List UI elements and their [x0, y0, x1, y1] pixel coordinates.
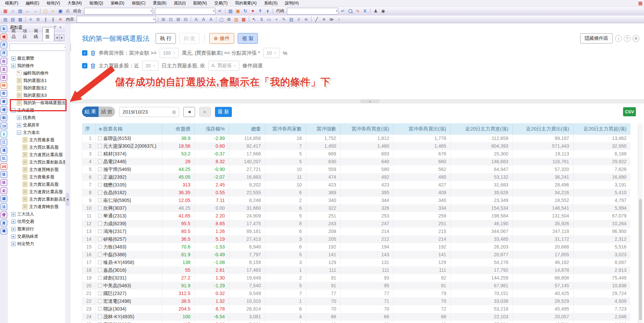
paste-icon[interactable]: ▧: [9, 16, 16, 22]
tree-item[interactable]: 主力連賣轉折股: [8, 203, 65, 210]
grid-icon[interactable]: ⊞: [160, 16, 167, 22]
table-row[interactable]: 22宏達電(2498)38.51.3210,310170717033,03828…: [82, 297, 631, 305]
column-header-3[interactable]: 收盤價: [162, 124, 195, 135]
code-enter-icon[interactable]: ↵: [340, 8, 346, 14]
collapse-results-icon[interactable]: ▲: [360, 99, 379, 103]
font-down-icon[interactable]: A: [200, 16, 207, 22]
quick-launch-icon[interactable]: 江: [1, 139, 7, 145]
table-row[interactable]: 14矽格(6257)36.55.1927,413320521221433,485…: [82, 235, 631, 243]
tree-item[interactable]: 主力買比重高股: [8, 144, 65, 151]
table-row[interactable]: 7穩懋(3105)3132.458,2021042342342731,68328…: [82, 181, 631, 189]
menu-item[interactable]: 檔案(F): [1, 0, 22, 6]
screenshot-camera-icon[interactable]: ◉: [380, 8, 386, 14]
menu-item[interactable]: 說明(H): [281, 0, 302, 6]
wave-tool-icon[interactable]: ≋: [303, 16, 310, 22]
latest-button[interactable]: 最 新: [215, 107, 232, 117]
quick-launch-icon[interactable]: 櫃: [1, 34, 7, 40]
minimize-icon[interactable]: ⊟: [182, 16, 189, 22]
table-row[interactable]: 9南仁湖(5905)12.057.118,248234034434023,349…: [82, 197, 631, 204]
table-row[interactable]: 5瀚宇博(5469)44.25-0.9027,7211055958056264,…: [82, 166, 631, 173]
quick-launch-icon[interactable]: 籌: [1, 228, 7, 234]
quick-launch-icon[interactable]: 24: [1, 163, 7, 170]
row-checkbox[interactable]: [98, 229, 102, 233]
window2-icon[interactable]: ▢: [218, 16, 225, 22]
open-folder-icon[interactable]: ▱: [50, 8, 56, 14]
quick-launch-icon[interactable]: 營: [1, 212, 7, 218]
row-checkbox[interactable]: [98, 175, 102, 179]
restore-button[interactable]: 回 復: [179, 33, 199, 44]
tree-toggle-icon[interactable]: −: [17, 130, 21, 135]
quick-launch-icon[interactable]: 溫: [1, 147, 7, 153]
column-header-10[interactable]: 近20日主力買進(張): [451, 124, 513, 135]
quick-launch-icon[interactable]: 比: [1, 155, 7, 162]
tree-item[interactable]: 主力賣最多股: [8, 173, 65, 181]
rows2-icon[interactable]: ≣: [35, 16, 42, 22]
table-row[interactable]: 11華通(2313)41.852.2024,9095251253259198,5…: [82, 212, 631, 220]
table-row[interactable]: 10欣興(3037)48.250.0031,6606322326334154,5…: [82, 204, 631, 212]
tree-item[interactable]: 我的選股法2: [8, 84, 65, 92]
tree-item[interactable]: −主力進出: [8, 129, 65, 136]
menu-item[interactable]: 我的最愛(A): [231, 0, 260, 6]
tree-item[interactable]: 主力買最多股: [8, 136, 65, 144]
enter-icon[interactable]: ↵: [217, 8, 223, 14]
quick-launch-icon[interactable]: 8: [1, 131, 7, 137]
quick-launch-icon[interactable]: 加: [1, 26, 7, 32]
quick-launch-icon[interactable]: 技: [1, 171, 7, 178]
settings-gear-icon[interactable]: ⚙: [225, 16, 232, 22]
tree-item[interactable]: +信用交易: [8, 218, 65, 225]
row-checkbox[interactable]: [98, 245, 102, 249]
row-checkbox[interactable]: [98, 190, 102, 195]
tree-item[interactable]: 主力賣比重創新高股: [8, 196, 65, 203]
price-tool-icon[interactable]: $: [258, 16, 265, 22]
toolbar-combobox[interactable]: ▾: [77, 16, 156, 23]
table-row[interactable]: 1嘉聯益(6153)38.9-2.99114,856181,7521,8121,…: [82, 135, 631, 143]
tree-toggle-icon[interactable]: +: [11, 242, 16, 246]
row-checkbox[interactable]: [98, 183, 102, 187]
toolbar-combobox[interactable]: ▾: [155, 8, 215, 14]
menu-item[interactable]: 系統(S): [260, 0, 281, 6]
tree-toggle-icon[interactable]: +: [11, 219, 16, 224]
tab-performance[interactable]: 績 效: [99, 107, 115, 117]
row-checkbox[interactable]: [98, 284, 102, 288]
line-tool-icon[interactable]: ╱: [313, 16, 320, 22]
table-row[interactable]: 23聯詠(3034)204.58.7826,914670707253,21845…: [82, 305, 631, 313]
hide-conditions-button[interactable]: 隱藏條件區: [580, 33, 613, 43]
tree-item[interactable]: 我的選股法1: [8, 77, 65, 84]
settings-icon[interactable]: ⚙: [633, 35, 639, 42]
tree-item[interactable]: 編輯我的條件: [8, 69, 65, 77]
new-file-icon[interactable]: ▢: [42, 8, 49, 14]
k-chart-icon[interactable]: K: [362, 8, 369, 14]
tab-選股[interactable]: 選股: [43, 27, 54, 41]
condition-select[interactable]: A. 買超張∨: [208, 61, 240, 71]
menu-item[interactable]: 選股(B): [149, 0, 170, 6]
tree-item[interactable]: +特定勢力: [8, 240, 65, 247]
table-row[interactable]: 8合晶(6182)36.350.5522,555638939540939,626…: [82, 189, 631, 197]
font-fit-icon[interactable]: A: [208, 16, 214, 22]
tab-籌碼[interactable]: 籌碼: [31, 27, 43, 41]
table-row[interactable]: 6正崴(2392)45.05-2.0716,8831147449248053,1…: [82, 173, 631, 181]
tree-toggle-icon[interactable]: +: [11, 56, 16, 61]
tree-item[interactable]: 主力買比重創新高股: [8, 158, 65, 166]
favorite-heart-icon[interactable]: ♥: [249, 8, 256, 14]
move-tool-icon[interactable]: +: [273, 16, 280, 22]
column-header-2[interactable]: ⊕股票名稱: [96, 124, 162, 135]
quick-launch-icon[interactable]: 走: [1, 66, 7, 72]
prev-day-button[interactable]: ◀: [183, 107, 195, 117]
panel-list-icon[interactable]: ▤: [17, 8, 24, 14]
row-checkbox[interactable]: [98, 214, 102, 218]
row-checkbox[interactable]: [98, 299, 102, 303]
duplicate-icon[interactable]: ▩: [17, 16, 24, 22]
font-up-icon[interactable]: A: [193, 16, 199, 22]
search-icon[interactable]: [347, 8, 354, 14]
window-icon[interactable]: ▣: [235, 8, 241, 14]
panel-splitter[interactable]: ▲: [70, 99, 644, 104]
menu-item[interactable]: 編輯(E): [22, 0, 43, 6]
table-scrollbar[interactable]: [638, 123, 643, 323]
refresh-icon[interactable]: ↻: [242, 8, 249, 14]
date-input[interactable]: 2019/10/23 ▦: [119, 107, 179, 117]
save-icon[interactable]: ▣: [57, 8, 64, 14]
lock-icon[interactable]: ⊠: [175, 16, 182, 22]
column-header-1[interactable]: 序: [82, 124, 96, 135]
table-row[interactable]: 4晶電(2448)288.32140,2075630640660146,6831…: [82, 158, 631, 166]
forward-icon[interactable]: →: [32, 8, 38, 14]
